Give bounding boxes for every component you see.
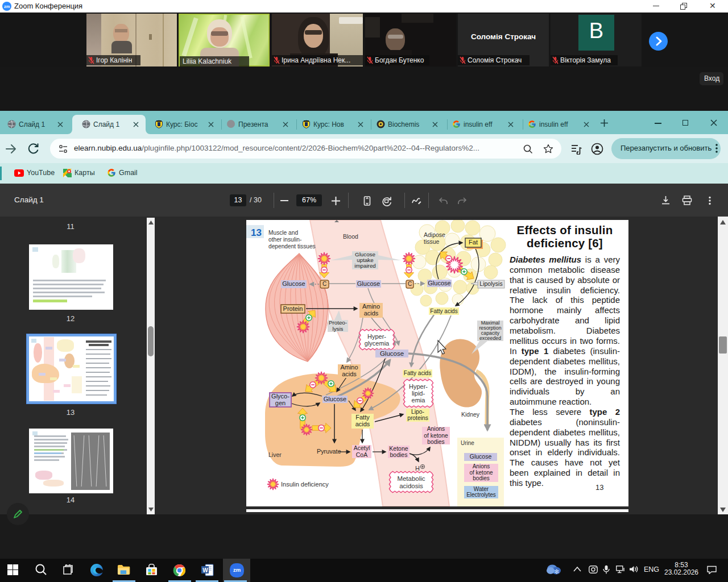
svg-text:Glucose: Glucose xyxy=(357,280,380,287)
svg-text:acids: acids xyxy=(364,310,379,317)
svg-text:Glucose: Glucose xyxy=(470,453,492,460)
svg-text:Insulin deficiency: Insulin deficiency xyxy=(281,481,329,488)
svg-text:Acetyl: Acetyl xyxy=(354,444,370,451)
svg-text:tissue: tissue xyxy=(424,238,440,245)
svg-text:Fatty acids: Fatty acids xyxy=(430,308,457,314)
svg-text:dependent tissues: dependent tissues xyxy=(268,243,316,250)
svg-text:CoA: CoA xyxy=(356,451,367,458)
svg-text:exceeded: exceeded xyxy=(479,335,501,341)
svg-text:Muscle and: Muscle and xyxy=(268,230,298,236)
svg-text:13: 13 xyxy=(251,227,262,238)
svg-text:Anions: Anions xyxy=(427,426,445,432)
svg-text:Glucose: Glucose xyxy=(282,280,305,287)
svg-text:C: C xyxy=(408,281,412,287)
svg-text:C: C xyxy=(322,281,326,287)
svg-text:Hyper-: Hyper- xyxy=(409,383,428,390)
svg-text:Kidney: Kidney xyxy=(461,411,480,418)
svg-text:lysis: lysis xyxy=(332,326,343,332)
svg-text:Glucose: Glucose xyxy=(380,350,404,357)
svg-text:impaired: impaired xyxy=(354,263,376,269)
svg-text:Fat: Fat xyxy=(469,239,478,246)
svg-text:Glyco-: Glyco- xyxy=(271,393,289,400)
svg-text:H: H xyxy=(415,465,420,472)
svg-text:Glucose: Glucose xyxy=(428,280,450,286)
svg-text:Metabolic: Metabolic xyxy=(397,475,425,482)
svg-text:lipid-: lipid- xyxy=(412,390,425,397)
svg-text:proteins: proteins xyxy=(407,415,428,421)
svg-text:acids: acids xyxy=(342,371,357,377)
svg-text:W: W xyxy=(202,567,208,573)
svg-text:Hyper-: Hyper- xyxy=(367,333,386,340)
svg-text:Lipolysis: Lipolysis xyxy=(479,280,502,287)
svg-text:Adipose: Adipose xyxy=(424,231,445,238)
svg-text:❄: ❄ xyxy=(554,568,560,576)
svg-text:Amino: Amino xyxy=(340,364,358,371)
svg-text:other insulin-: other insulin- xyxy=(268,236,301,243)
svg-text:gen: gen xyxy=(275,400,286,406)
svg-text:Amino: Amino xyxy=(362,303,380,310)
svg-text:of ketone: of ketone xyxy=(469,469,493,476)
svg-text:Anions: Anions xyxy=(473,463,490,469)
svg-text:Fatty acids: Fatty acids xyxy=(404,370,431,376)
svg-text:glycemia: glycemia xyxy=(365,340,390,347)
svg-text:Lipo-: Lipo- xyxy=(411,409,424,415)
svg-text:acids: acids xyxy=(355,421,370,427)
svg-text:Protein: Protein xyxy=(283,305,303,312)
svg-text:emia: emia xyxy=(412,397,426,404)
svg-text:Blood: Blood xyxy=(343,233,358,240)
svg-text:Pyruvate: Pyruvate xyxy=(317,448,341,455)
svg-text:Fatty: Fatty xyxy=(355,414,370,421)
svg-text:Water: Water xyxy=(474,486,489,492)
svg-text:bodies: bodies xyxy=(390,451,408,458)
svg-text:acidosis: acidosis xyxy=(399,483,423,489)
svg-text:bodies: bodies xyxy=(427,439,444,445)
svg-text:Ketone: Ketone xyxy=(389,445,408,452)
svg-text:Electrolytes: Electrolytes xyxy=(466,492,496,498)
svg-text:Liver: Liver xyxy=(268,451,282,458)
svg-text:Glucose: Glucose xyxy=(324,396,346,402)
svg-text:Urine: Urine xyxy=(461,440,474,446)
svg-text:bodies: bodies xyxy=(473,475,489,481)
svg-text:of ketone: of ketone xyxy=(424,433,448,439)
